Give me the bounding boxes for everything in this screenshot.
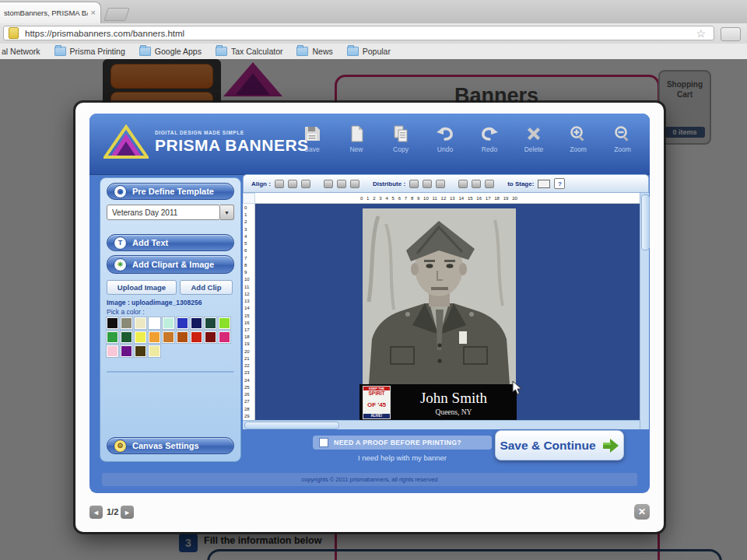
align-left-icon[interactable] — [275, 180, 284, 188]
align-bottom-icon[interactable] — [350, 180, 359, 188]
pick-color-label: Pick a color : — [107, 308, 145, 316]
editor-sidebar: ◉ Pre Define Template Veterans Day 2011 … — [100, 177, 241, 462]
delete-button[interactable]: Delete — [515, 121, 552, 168]
tab-close-icon[interactable]: × — [91, 9, 96, 17]
color-swatch[interactable] — [163, 331, 174, 343]
bookmark-item[interactable]: al Network — [2, 47, 40, 56]
distribute-horizontal-icon[interactable] — [409, 180, 419, 188]
redo-button[interactable]: Redo — [471, 121, 508, 168]
color-swatch[interactable] — [107, 331, 118, 343]
distribute-edges-icon[interactable] — [436, 180, 445, 188]
color-swatch[interactable] — [205, 317, 216, 329]
proof-request-toggle[interactable]: NEED A PROOF BEFORE PRINTING? — [313, 436, 492, 450]
scrollbar-thumb[interactable] — [244, 422, 339, 429]
color-swatch[interactable] — [135, 345, 146, 357]
wrench-icon: ⚙ — [114, 439, 127, 453]
undo-button[interactable]: Undo — [426, 121, 464, 168]
color-swatch[interactable] — [121, 345, 132, 357]
canvas-settings-button[interactable]: ⚙ Canvas Settings — [107, 437, 234, 454]
align-right-icon[interactable] — [301, 180, 310, 188]
template-dropdown-value[interactable]: Veterans Day 2011 — [107, 205, 220, 220]
green-arrow-icon — [602, 438, 619, 453]
help-button[interactable]: ? — [554, 178, 565, 189]
proof-checkbox[interactable] — [319, 438, 328, 447]
color-swatch[interactable] — [121, 331, 132, 343]
floppy-icon — [303, 124, 321, 143]
canvas-vertical-scrollbar[interactable] — [640, 193, 649, 429]
next-page-button[interactable]: ► — [121, 506, 134, 519]
align-middle-icon[interactable] — [337, 180, 346, 188]
page-indicator: 1/2 — [107, 507, 118, 516]
bookmark-item[interactable]: Prisma Printing — [54, 47, 125, 56]
folder-icon — [54, 47, 66, 56]
bookmark-item[interactable]: Tax Calculator — [216, 47, 283, 56]
color-swatch[interactable] — [107, 317, 118, 329]
url-input[interactable]: https://prismabanners.com/banners.html ☆ — [3, 26, 714, 40]
color-swatch[interactable] — [135, 317, 146, 329]
zoom-in-button[interactable]: Zoom — [559, 121, 597, 168]
color-swatch[interactable] — [149, 331, 160, 343]
space-vertical-icon[interactable] — [472, 180, 481, 188]
folder-icon — [347, 47, 359, 56]
color-swatch[interactable] — [219, 317, 230, 329]
folder-icon — [216, 47, 227, 56]
prev-page-button[interactable]: ◄ — [89, 506, 103, 519]
color-swatch[interactable] — [177, 331, 188, 343]
template-dropdown[interactable]: Veterans Day 2011 ▼ — [107, 205, 234, 220]
new-tab-button[interactable] — [103, 8, 130, 21]
bookmark-item[interactable]: News — [296, 47, 332, 56]
browser-tab[interactable]: stomBanners, PRISMA BA × — [0, 2, 101, 23]
color-swatch[interactable] — [107, 345, 118, 357]
lightbox-close-button[interactable]: ✕ — [634, 504, 650, 520]
brand-tagline: DIGITAL DESIGN MADE SIMPLE — [155, 130, 244, 135]
dropdown-arrow-icon[interactable]: ▼ — [220, 205, 234, 220]
color-swatch[interactable] — [163, 317, 174, 329]
clipart-icon: ✳ — [114, 258, 127, 271]
copy-button[interactable]: Copy — [382, 121, 419, 168]
banner-location: Queens, NY — [391, 408, 517, 416]
uploaded-photo[interactable] — [363, 208, 516, 384]
scrollbar-thumb[interactable] — [641, 194, 650, 250]
zoom-in-icon — [569, 124, 587, 143]
new-button[interactable]: New — [338, 121, 375, 168]
banner-help-link[interactable]: I need help with my banner — [313, 453, 492, 462]
color-swatch[interactable] — [121, 317, 132, 329]
tab-title: stomBanners, PRISMA BA — [4, 9, 88, 17]
undo-arrow-icon — [435, 124, 455, 143]
space-horizontal-icon[interactable] — [458, 180, 468, 188]
predefine-template-header[interactable]: ◉ Pre Define Template — [107, 183, 234, 200]
bookmark-item[interactable]: Popular — [347, 47, 391, 56]
save-continue-button[interactable]: Save & Continue — [495, 430, 624, 460]
color-swatch[interactable] — [149, 345, 160, 357]
browser-menu-button[interactable] — [721, 27, 741, 41]
new-page-icon — [347, 124, 366, 143]
color-swatch[interactable] — [205, 331, 216, 343]
add-text-button[interactable]: T Add Text — [107, 234, 234, 251]
add-clip-button[interactable]: Add Clip — [180, 280, 233, 295]
color-swatch[interactable] — [191, 317, 202, 329]
align-center-icon[interactable] — [288, 180, 297, 188]
upload-image-button[interactable]: Upload Image — [107, 280, 177, 295]
bookmark-item[interactable]: Google Apps — [139, 47, 202, 56]
to-stage-label: to Stage: — [507, 180, 534, 187]
save-button[interactable]: Save — [293, 121, 331, 168]
zoom-out-button[interactable]: Zoom — [604, 121, 641, 168]
color-swatch[interactable] — [191, 331, 202, 343]
bookmark-star-icon[interactable]: ☆ — [696, 27, 706, 40]
ruler-vertical-numbers: 0123456789101112131415161718192021222324… — [244, 205, 254, 418]
url-text: https://prismabanners.com/banners.html — [25, 29, 696, 38]
canvas-horizontal-scrollbar[interactable] — [243, 420, 640, 429]
ruler-horizontal: 01234567891011121314151617181920 — [255, 193, 640, 204]
distribute-vertical-icon[interactable] — [423, 180, 432, 188]
banner-name-plate[interactable]: KEEP THE SPIRIT OF '45 ALIVE! John Smith… — [359, 384, 517, 421]
add-clipart-button[interactable]: ✳ Add Clipart & Image — [107, 255, 234, 274]
color-swatch[interactable] — [135, 331, 146, 343]
color-swatch[interactable] — [219, 331, 230, 343]
canvas-toolbar: Align : Distribute : to Stage: — [243, 174, 649, 193]
align-top-icon[interactable] — [324, 180, 333, 188]
color-swatch[interactable] — [149, 317, 160, 329]
screen: stomBanners, PRISMA BA × https://prismab… — [0, 0, 747, 560]
stage-fit-icon[interactable] — [538, 180, 550, 188]
color-swatch[interactable] — [177, 317, 188, 329]
space-edges-icon[interactable] — [485, 180, 494, 188]
